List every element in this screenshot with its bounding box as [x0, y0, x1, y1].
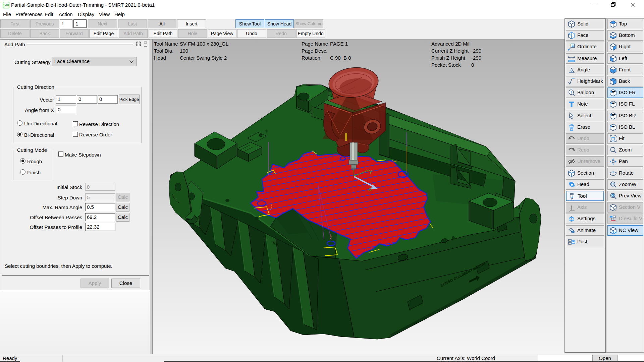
- svg-text:Y: Y: [369, 169, 372, 175]
- svg-text:X: X: [368, 186, 372, 192]
